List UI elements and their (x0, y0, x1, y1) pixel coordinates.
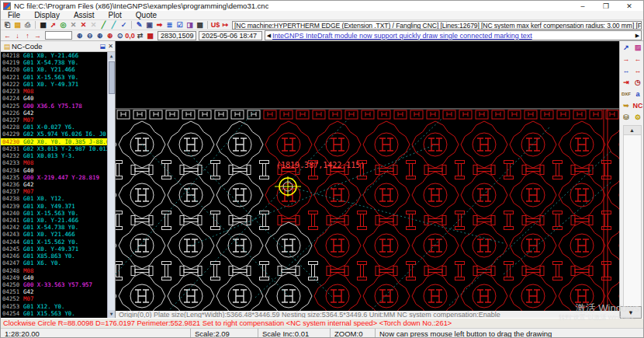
nc-line[interactable]: 04218G01 X0. Y-21.466 (1, 52, 115, 59)
back-icon[interactable]: ← (632, 54, 644, 65)
nc-line[interactable]: 04244G01 X-15.562 Y0. (1, 239, 115, 246)
nc-line-current[interactable]: 04230G02 X0. Y0. I0.385 J-88.009 (1, 138, 115, 145)
send-icon[interactable]: ➥ (621, 100, 632, 112)
nc-line[interactable]: 04238G01 X0. Y12. (1, 195, 115, 202)
nc-line[interactable]: 04222G01 X0. Y-49.371 (1, 81, 115, 88)
nc-line[interactable]: 04241G01 X0. Y-21.466 (1, 217, 115, 224)
news-link[interactable]: InteGNPS InteDraft module now support qu… (272, 32, 634, 40)
nc-line[interactable]: 04236G42 (1, 181, 115, 188)
canvas-scrollbar[interactable]: ▲ (623, 125, 642, 318)
gear-icon[interactable]: ⚙ (632, 112, 644, 124)
goto-line-input[interactable] (45, 31, 72, 40)
clock-icon[interactable]: ◷ (632, 77, 644, 89)
minimize-button[interactable]: – (571, 2, 594, 10)
nc-line[interactable]: 04231G02 X3.013 Y-2.987 I0.013 J-3. (1, 145, 115, 152)
film-icon[interactable]: ▩ (195, 20, 205, 30)
nc-line[interactable]: 04246G01 X85.863 Y0. (1, 253, 115, 260)
zoom-all-icon[interactable]: ⊙ (115, 31, 125, 40)
nc-line[interactable]: 04253G01 X12. Y0. (1, 303, 115, 310)
news-right-icon[interactable]: ▶ (634, 33, 641, 39)
scroll-down-icon[interactable]: ▼ (108, 310, 115, 318)
nc-line[interactable]: 04225G00 X36.6 Y75.178 (1, 103, 115, 110)
kerf-icon[interactable]: ↦ (220, 20, 230, 30)
nc-line[interactable]: 04237M07 (1, 188, 115, 195)
line-icon[interactable]: ╱ (99, 20, 109, 30)
nc-line[interactable]: 04220G01 X0. Y21.466 (1, 66, 115, 73)
fit-blue-icon[interactable]: ↔ (621, 65, 632, 77)
nc-line[interactable]: 04248M08 (1, 267, 115, 274)
nc-line[interactable]: 04247G01 X6. Y0. (1, 260, 115, 267)
nc-line[interactable]: 04234G40 (1, 167, 115, 174)
nc-list-scrollbar[interactable]: ▲ ▼ (107, 52, 115, 318)
nc-label[interactable]: NC (632, 100, 644, 112)
image-icon[interactable]: ▨ (632, 42, 644, 54)
nc-line[interactable]: 04254G01 X15.563 Y0. (1, 310, 115, 317)
nc-line[interactable]: 04240G01 X-15.563 Y0. (1, 210, 115, 217)
delete-gray-icon[interactable]: ✕ (88, 20, 99, 30)
delete-icon[interactable]: ✕ (78, 20, 88, 30)
nc-line[interactable]: 04235G00 X-219.447 Y-28.819 (1, 174, 115, 181)
zoom-out-icon[interactable]: ⊖ (85, 31, 95, 40)
origin-label[interactable]: 0,0 (125, 31, 135, 40)
nc-line[interactable]: 04219G01 X-54.738 Y0. (1, 59, 115, 66)
nc-line[interactable]: 04226G42 (1, 110, 115, 117)
zoom-window-icon[interactable]: ⊕ (95, 31, 105, 40)
nc-line[interactable]: 04224G40 (1, 95, 115, 102)
open-nc-icon[interactable]: ⎗ (2, 20, 12, 30)
text-a-icon[interactable]: a (632, 89, 644, 100)
dxf-label[interactable]: DXF (621, 89, 632, 100)
pan-mode-icon[interactable]: ⇄ (135, 31, 145, 40)
pan-right-icon[interactable]: → (33, 31, 43, 40)
canvas-scroll-up-icon[interactable]: ▲ (624, 126, 641, 135)
nc-line[interactable]: 04229G02 X5.974 Y6.026 I6. J0.026 (1, 131, 115, 138)
zoom-in-icon[interactable]: ⊕ (74, 31, 85, 40)
forward-icon[interactable]: → (621, 54, 632, 65)
pen-icon[interactable]: ✎ (134, 20, 144, 30)
grid-icon[interactable]: ▦ (38, 20, 48, 30)
nc-line[interactable]: 04242G01 X-54.738 Y0. (1, 224, 115, 231)
nc-line[interactable]: 04228G01 X-0.027 Y6. (1, 124, 115, 131)
menu-plot[interactable]: Plot (102, 11, 129, 19)
maximize-button[interactable]: ❐ (594, 2, 618, 10)
pan-left-icon[interactable]: ← (2, 31, 12, 40)
dropdown-button[interactable]: ▼ (620, 306, 642, 319)
pan-up-icon[interactable]: ↑ (23, 31, 33, 40)
nc-panel-close-button[interactable]: ✕ (108, 43, 113, 50)
fit-red-icon[interactable]: ↔ (632, 65, 644, 77)
cost-icon[interactable]: U$ (210, 20, 220, 30)
pointer-icon[interactable]: ➚ (48, 20, 58, 30)
nc-line[interactable]: 04221G01 X-15.563 Y0. (1, 74, 115, 81)
locate-icon[interactable]: ▦ (145, 31, 155, 40)
nc-code-list[interactable]: 04218G01 X0. Y-21.46604219G01 X-54.738 Y… (1, 52, 115, 318)
list-icon[interactable]: ≣ (164, 20, 175, 30)
nc-line[interactable]: 04227M07 (1, 117, 115, 124)
menu-display[interactable]: Display (27, 11, 67, 19)
scroll-thumb[interactable] (109, 61, 115, 94)
save-icon[interactable]: ▣ (144, 20, 154, 30)
nc-line[interactable]: 04251G42 (1, 288, 115, 295)
nc-line[interactable]: 04245G01 X0. Y-49.371 (1, 246, 115, 253)
open-folder-icon[interactable]: ▤ (12, 20, 23, 30)
nc-line[interactable]: 04252M07 (1, 295, 115, 302)
export-icon[interactable]: ➡ (154, 20, 164, 30)
run-to-end-icon[interactable]: ⇥ (621, 77, 632, 89)
menu-quote[interactable]: Quote (129, 11, 164, 19)
nc-line[interactable]: 04233M08 (1, 159, 115, 166)
news-left-icon[interactable]: ◀ (265, 33, 272, 39)
close-button[interactable]: ✕ (618, 2, 641, 10)
nc-locate-button[interactable]: ⬓ (100, 43, 106, 50)
nc-line[interactable]: 04232G01 X0.013 Y-3. (1, 152, 115, 159)
region-select-icon[interactable]: ◎ (58, 20, 68, 30)
dash-line-icon[interactable]: ╱ (109, 20, 119, 30)
menu-file[interactable]: File (1, 11, 27, 19)
nc-line[interactable]: 04223M08 (1, 88, 115, 95)
unselect-icon[interactable]: ✕ (68, 20, 78, 30)
nc-line[interactable]: 04249G40 (1, 274, 115, 281)
parts-icon[interactable]: ⛁ (621, 112, 632, 124)
print-icon[interactable]: ⎙ (23, 20, 33, 30)
drawing-canvas[interactable]: (1819.387,1422.115) (116, 41, 619, 318)
nc-line[interactable]: 04239G01 X0. Y49.371 (1, 203, 115, 210)
nc-line[interactable]: 04243G01 X0. Y21.466 (1, 231, 115, 238)
check-nc-icon[interactable]: ✓ (119, 20, 129, 30)
verify-icon[interactable]: ☑ (175, 20, 185, 30)
